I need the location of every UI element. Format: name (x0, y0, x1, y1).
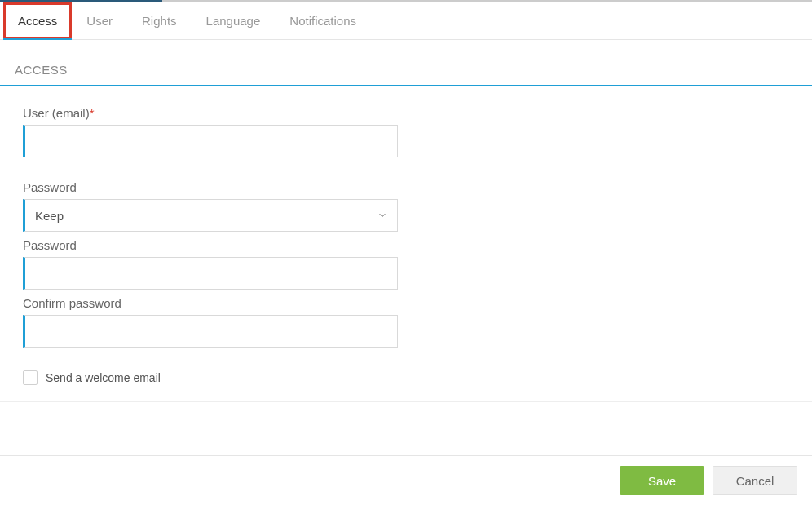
required-mark: * (90, 106, 95, 120)
user-email-input[interactable] (35, 126, 387, 157)
chevron-down-icon (377, 210, 387, 220)
tab-language[interactable]: Language (192, 2, 276, 39)
confirm-password-input[interactable] (35, 316, 387, 347)
password-mode-label: Password (23, 180, 789, 194)
tab-bar: Access User Rights Language Notification… (0, 2, 812, 40)
welcome-email-label: Send a welcome email (46, 371, 161, 384)
password-field-wrapper (23, 257, 398, 290)
section-title: ACCESS (0, 40, 812, 86)
cancel-button[interactable]: Cancel (713, 466, 797, 495)
password-mode-select[interactable]: Keep (23, 199, 398, 232)
tab-notifications[interactable]: Notifications (275, 2, 371, 39)
confirm-password-label: Confirm password (23, 296, 789, 310)
password-label: Password (23, 238, 789, 252)
tab-access[interactable]: Access (3, 2, 72, 39)
welcome-email-checkbox[interactable] (23, 370, 38, 385)
user-email-label-text: User (email) (23, 106, 90, 120)
save-button[interactable]: Save (620, 466, 704, 495)
user-email-label: User (email)* (23, 106, 789, 120)
confirm-password-field-wrapper (23, 315, 398, 348)
form-area: User (email)* Password Keep Password Con… (0, 86, 812, 402)
tab-rights[interactable]: Rights (127, 2, 192, 39)
password-input[interactable] (35, 258, 387, 289)
user-email-field-wrapper (23, 125, 398, 157)
footer-bar: Save Cancel (0, 455, 812, 505)
tab-user[interactable]: User (72, 2, 127, 39)
password-mode-selected: Keep (35, 209, 64, 223)
